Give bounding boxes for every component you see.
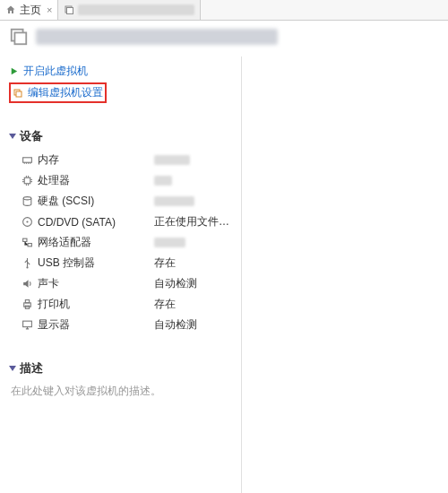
- description-header[interactable]: 描述: [9, 360, 232, 376]
- device-label: 声卡: [38, 276, 154, 291]
- svg-rect-5: [16, 91, 22, 97]
- play-icon: [9, 66, 19, 76]
- network-icon: [22, 237, 38, 248]
- tab-home[interactable]: 主页 ×: [0, 0, 58, 20]
- device-printer[interactable]: 打印机 存在: [9, 294, 232, 315]
- device-label: 网络适配器: [38, 235, 154, 250]
- tab-vm[interactable]: [58, 0, 201, 20]
- device-value: 自动检测: [154, 276, 232, 291]
- description-label: 描述: [20, 360, 43, 376]
- device-value: 自动检测: [154, 317, 232, 333]
- device-value-redacted: [154, 238, 185, 247]
- svg-rect-1: [67, 8, 73, 14]
- device-label: 处理器: [38, 173, 154, 188]
- device-label: 内存: [38, 152, 154, 168]
- vm-title-redacted: [36, 29, 278, 45]
- devices-label: 设备: [20, 128, 43, 144]
- device-label: 硬盘 (SCSI): [38, 194, 154, 209]
- close-icon[interactable]: ×: [47, 4, 52, 15]
- svg-rect-15: [25, 300, 29, 303]
- device-value-redacted: [154, 155, 190, 165]
- tab-bar: 主页 ×: [0, 0, 448, 21]
- cpu-icon: [22, 175, 38, 186]
- description-placeholder[interactable]: 在此处键入对该虚拟机的描述。: [9, 384, 232, 399]
- svg-point-8: [23, 197, 31, 200]
- device-cpu[interactable]: 处理器: [9, 170, 232, 191]
- cd-icon: [22, 216, 38, 228]
- power-on-link[interactable]: 开启此虚拟机: [9, 62, 232, 81]
- chevron-down-icon: [9, 366, 16, 371]
- device-usb[interactable]: USB 控制器 存在: [9, 253, 232, 273]
- vm-icon: [64, 4, 74, 15]
- device-value: 存在: [154, 297, 232, 312]
- svg-rect-6: [23, 158, 32, 162]
- device-label: CD/DVD (SATA): [38, 216, 154, 229]
- device-network[interactable]: 网络适配器: [9, 232, 232, 253]
- display-icon: [22, 319, 38, 331]
- device-cd[interactable]: CD/DVD (SATA) 正在使用文件 D:...: [9, 212, 232, 232]
- device-value: 正在使用文件 D:...: [154, 214, 232, 229]
- svg-rect-11: [23, 238, 27, 241]
- device-value-redacted: [154, 196, 194, 206]
- sound-icon: [22, 278, 38, 290]
- disk-icon: [22, 195, 38, 207]
- edit-settings-link[interactable]: 编辑虚拟机设置: [13, 85, 103, 100]
- svg-point-13: [26, 266, 28, 268]
- svg-rect-7: [24, 177, 30, 184]
- usb-icon: [22, 257, 38, 269]
- content-area: 开启此虚拟机 编辑虚拟机设置 设备 内存: [0, 56, 448, 493]
- device-label: 打印机: [38, 297, 154, 312]
- svg-rect-17: [23, 321, 32, 327]
- svg-point-10: [26, 221, 28, 222]
- power-on-label: 开启此虚拟机: [23, 64, 88, 79]
- device-value: 存在: [154, 255, 232, 271]
- device-memory[interactable]: 内存: [9, 150, 232, 170]
- device-disk[interactable]: 硬盘 (SCSI): [9, 191, 232, 212]
- vm-title-bar: [0, 21, 448, 56]
- edit-settings-label: 编辑虚拟机设置: [28, 85, 103, 100]
- devices-header[interactable]: 设备: [9, 128, 232, 144]
- chevron-down-icon: [9, 134, 16, 139]
- edit-icon: [13, 88, 23, 99]
- description-section: 描述 在此处键入对该虚拟机的描述。: [9, 360, 232, 399]
- device-label: 显示器: [38, 317, 154, 333]
- tab-home-label: 主页: [20, 3, 41, 18]
- tab-vm-label-redacted: [78, 4, 194, 15]
- svg-rect-3: [14, 32, 26, 44]
- memory-icon: [22, 154, 38, 166]
- summary-pane: 开启此虚拟机 编辑虚拟机设置 设备 内存: [0, 56, 242, 493]
- vm-large-icon: [9, 27, 29, 47]
- device-display[interactable]: 显示器 自动检测: [9, 315, 232, 335]
- devices-section: 设备 内存 处理器 硬盘 (SCSI): [9, 128, 232, 335]
- device-value-redacted: [154, 176, 172, 186]
- svg-rect-12: [28, 244, 31, 246]
- device-label: USB 控制器: [38, 255, 154, 271]
- device-sound[interactable]: 声卡 自动检测: [9, 273, 232, 294]
- edit-settings-highlight: 编辑虚拟机设置: [9, 82, 107, 103]
- home-icon: [5, 4, 16, 15]
- device-list: 内存 处理器 硬盘 (SCSI) CD/DVD (SATA) 正在使用文件: [9, 150, 232, 335]
- printer-icon: [22, 298, 38, 310]
